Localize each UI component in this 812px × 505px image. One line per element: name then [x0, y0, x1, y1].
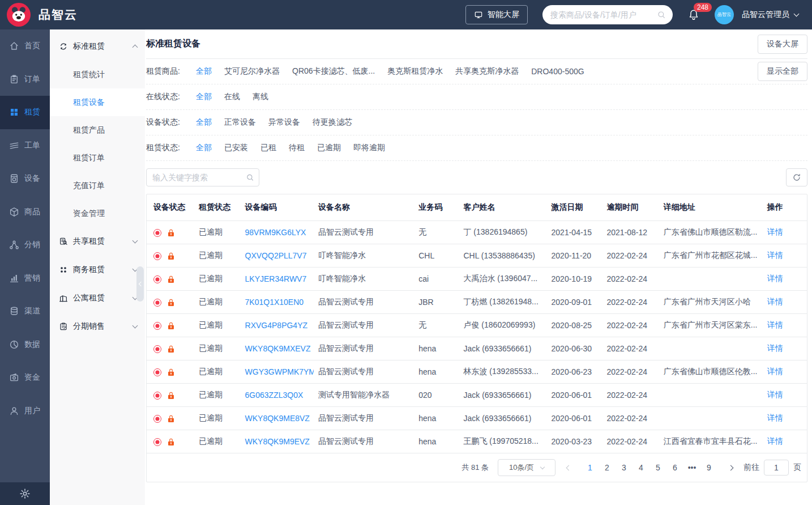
detail-link[interactable]: 详情 [767, 227, 783, 236]
detail-link[interactable]: 详情 [767, 436, 783, 445]
page-number-1[interactable]: 1 [582, 460, 599, 476]
top-header: 品智云 智能大屏 248 品智云 品智云管理员 [0, 0, 812, 29]
page-number-5[interactable]: 5 [649, 460, 666, 476]
detail-link[interactable]: 详情 [767, 367, 783, 376]
submenu-item-recharge-orders[interactable]: 充值订单 [50, 172, 145, 200]
notification-bell-button[interactable]: 248 [687, 9, 700, 21]
filter-option[interactable]: 在线 [224, 92, 240, 102]
cell-device-name: 品智云测试专用 [314, 291, 414, 314]
smart-screen-label: 智能大屏 [488, 10, 519, 20]
page-number-9[interactable]: 9 [700, 460, 717, 476]
detail-link[interactable]: 详情 [767, 251, 783, 260]
sidebar-item-home[interactable]: 首页 [0, 29, 50, 63]
global-search-input[interactable] [542, 5, 673, 24]
search-icon[interactable] [657, 10, 666, 19]
submenu-item-lease-orders[interactable]: 租赁订单 [50, 144, 145, 172]
detail-link[interactable]: 详情 [767, 413, 783, 422]
cell-overdue-date: 2022-02-24 [602, 268, 659, 291]
submenu-item-lease-devices[interactable]: 租赁设备 [50, 88, 145, 116]
filter-option[interactable]: 待更换滤芯 [313, 117, 352, 128]
sidebar-item-marketing[interactable]: 营销 [0, 262, 50, 295]
filter-option[interactable]: 全部 [196, 143, 212, 153]
page-number-2[interactable]: 2 [599, 460, 616, 476]
sidebar-item-distribution[interactable]: 分销 [0, 228, 50, 262]
smart-screen-button[interactable]: 智能大屏 [465, 5, 528, 24]
sidebar-item-order[interactable]: 订单 [0, 63, 50, 96]
submenu-item-funds-management[interactable]: 资金管理 [50, 200, 145, 227]
submenu-section-business-lease[interactable]: 商务租赁 [50, 256, 145, 284]
sidebar-item-lease[interactable]: 租赁 [0, 96, 50, 129]
filter-option[interactable]: 共享奥克斯净水器 [455, 66, 519, 77]
submenu-collapse-handle[interactable] [136, 266, 144, 302]
sidebar-item-funds[interactable]: 资金 [0, 361, 50, 394]
detail-link[interactable]: 详情 [767, 274, 783, 283]
cell-device-code: RXVG4P8PG4YZ [241, 314, 314, 337]
sidebar-item-goods[interactable]: 商品 [0, 196, 50, 229]
previous-page-button[interactable] [561, 460, 576, 476]
filter-option[interactable]: 艾可尼尔净水器 [224, 66, 280, 77]
refresh-icon [792, 173, 801, 182]
chevron-down-icon [133, 323, 138, 329]
next-page-button[interactable] [723, 460, 738, 476]
device-code-link[interactable]: 6G063ZZL3Q0X [245, 391, 304, 400]
detail-link[interactable]: 详情 [767, 390, 783, 399]
show-all-button[interactable]: 显示全部 [758, 62, 807, 81]
sidebar-item-data[interactable]: 数据 [0, 328, 50, 362]
standard-lease-icon [59, 42, 68, 51]
cell-device-code: WKY8QK9ME8VZ [241, 407, 314, 430]
page-ellipsis[interactable]: ••• [683, 460, 700, 476]
cell-device-status [147, 291, 194, 314]
filter-option[interactable]: 全部 [196, 66, 212, 77]
sidebar-item-workorder[interactable]: 工单 [0, 129, 50, 163]
user-icon [9, 406, 19, 416]
goto-page-input[interactable] [764, 460, 789, 476]
settings-button[interactable] [0, 482, 50, 505]
sidebar-item-users[interactable]: 用户 [0, 394, 50, 428]
detail-link[interactable]: 详情 [767, 297, 783, 306]
device-code-link[interactable]: LKYJER34RWV7 [245, 274, 307, 283]
keyword-search-input[interactable] [146, 168, 259, 186]
filter-option[interactable]: 全部 [196, 92, 212, 102]
device-screen-button[interactable]: 设备大屏 [758, 35, 807, 54]
device-code-link[interactable]: 98VRM9KG6LYX [245, 228, 306, 237]
device-code-link[interactable]: 7K01Q1X10EN0 [245, 298, 304, 307]
detail-link[interactable]: 详情 [767, 320, 783, 329]
submenu-section-share-lease[interactable]: 共享租赁 [50, 227, 145, 256]
device-code-link[interactable]: WKY8QK9MXEVZ [245, 344, 311, 353]
submenu-item-lease-stats[interactable]: 租赁统计 [50, 61, 145, 88]
filter-option[interactable]: 正常设备 [224, 117, 256, 128]
filter-option[interactable]: 奥克斯租赁净水 [387, 66, 443, 77]
cell-device-status [147, 407, 194, 430]
detail-link[interactable]: 详情 [767, 343, 783, 353]
filter-option[interactable]: QR06卡接滤芯、低废... [292, 66, 375, 77]
device-code-link[interactable]: WGY3GWPMK7YM [245, 367, 314, 376]
submenu-section-standard-lease[interactable]: 标准租赁 [50, 32, 145, 61]
filter-option[interactable]: 待租 [289, 143, 305, 153]
submenu-section-installment-sale[interactable]: 分期销售 [50, 312, 145, 341]
page-number-4[interactable]: 4 [632, 460, 649, 476]
submenu-section-apartment-lease[interactable]: 公寓租赁 [50, 284, 145, 312]
filter-option[interactable]: 全部 [196, 117, 212, 128]
sidebar-item-device[interactable]: 设备 [0, 162, 50, 196]
page-size-select[interactable]: 10条/页 [498, 459, 555, 476]
page-number-3[interactable]: 3 [616, 460, 632, 476]
device-code-link[interactable]: WKY8QK9M9EVZ [245, 437, 310, 446]
submenu-item-lease-products[interactable]: 租赁产品 [50, 116, 145, 144]
user-avatar[interactable]: 品智云 [715, 5, 734, 24]
device-code-link[interactable]: WKY8QK9ME8VZ [245, 414, 310, 423]
page-header: 标准租赁设备 设备大屏 [146, 29, 807, 59]
filter-option[interactable]: 已安装 [224, 143, 248, 153]
filter-option[interactable]: 离线 [253, 92, 268, 102]
refresh-button[interactable] [786, 168, 807, 186]
filter-option[interactable]: 已租 [260, 143, 276, 153]
device-code-link[interactable]: RXVG4P8PG4YZ [245, 321, 308, 330]
user-menu[interactable]: 品智云管理员 [742, 10, 798, 20]
search-icon[interactable] [246, 173, 254, 182]
sidebar-item-channel[interactable]: 渠道 [0, 295, 50, 328]
page-number-6[interactable]: 6 [666, 460, 683, 476]
filter-option[interactable]: 即将逾期 [353, 143, 385, 153]
filter-option[interactable]: DRO400-500G [531, 67, 584, 76]
device-code-link[interactable]: QXVQQ2PLL7V7 [245, 251, 307, 260]
filter-option[interactable]: 异常设备 [268, 117, 300, 128]
filter-option[interactable]: 已逾期 [317, 143, 341, 153]
